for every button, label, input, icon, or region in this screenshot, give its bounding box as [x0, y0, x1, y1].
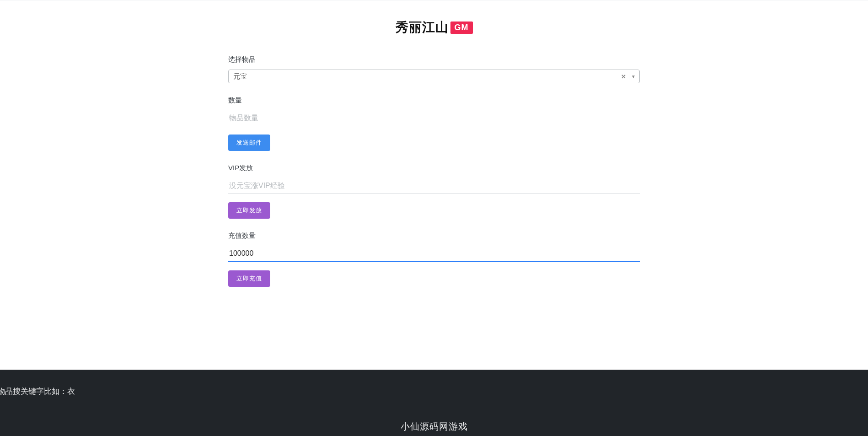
vip-group: VIP发放 立即发放 [228, 164, 640, 219]
chevron-down-icon[interactable]: ▼ [629, 72, 637, 81]
clear-icon[interactable]: ✕ [620, 73, 627, 81]
item-select[interactable]: 元宝 ✕ ▼ [228, 70, 640, 83]
footer: 物品搜关键字比如：衣 小仙源码网游戏 [0, 370, 868, 436]
gm-badge: GM [450, 22, 473, 34]
quantity-group: 数量 发送邮件 [228, 96, 640, 151]
footer-title: 小仙源码网游戏 [0, 420, 868, 433]
item-select-group: 选择物品 元宝 ✕ ▼ [228, 55, 640, 83]
quantity-label: 数量 [228, 96, 640, 105]
item-select-value: 元宝 [233, 72, 247, 81]
vip-label: VIP发放 [228, 164, 640, 172]
recharge-button[interactable]: 立即充值 [228, 270, 270, 287]
title-text: 秀丽江山 [396, 19, 449, 36]
recharge-group: 充值数量 立即充值 [228, 231, 640, 287]
vip-grant-button[interactable]: 立即发放 [228, 202, 270, 219]
recharge-label: 充值数量 [228, 231, 640, 240]
item-select-label: 选择物品 [228, 55, 640, 64]
send-mail-button[interactable]: 发送邮件 [228, 135, 270, 151]
footer-hint: 物品搜关键字比如：衣 [0, 381, 868, 397]
page-title: 秀丽江山 GM [228, 19, 640, 36]
vip-input[interactable] [228, 178, 640, 194]
recharge-input[interactable] [228, 246, 640, 262]
quantity-input[interactable] [228, 110, 640, 126]
